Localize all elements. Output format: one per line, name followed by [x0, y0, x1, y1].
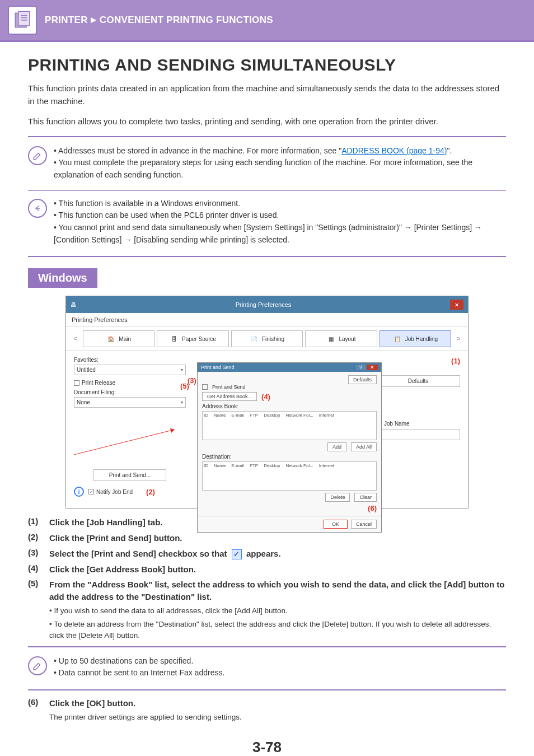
window-subtitle: Printing Preferences: [66, 313, 468, 327]
doc-filing-dropdown[interactable]: None▾: [74, 397, 186, 408]
job-name-input[interactable]: [376, 429, 460, 440]
note1-item2: You must complete the preparatory steps …: [54, 157, 506, 181]
delete-button[interactable]: Delete: [325, 493, 350, 502]
divider: [28, 190, 506, 191]
destination-label: Destination:: [202, 454, 377, 460]
step-list-2: (6) Click the [OK] button. The printer d…: [28, 697, 506, 723]
tab-bar: < 🏠Main 🗄Paper Source 📄Finishing ▦Layout…: [66, 327, 468, 351]
step5-sub2: • To delete an address from the "Destina…: [49, 619, 506, 642]
favorites-label: Favorites:: [74, 357, 186, 363]
print-and-send-checkbox-label: Print and Send: [212, 384, 246, 390]
step6-sub: The printer driver settings are applied …: [49, 712, 506, 723]
step-2: (2)Click the [Print and Send] button.: [28, 532, 506, 544]
svg-rect-1: [18, 11, 30, 25]
close-icon[interactable]: ✕: [450, 300, 463, 310]
breadcrumb: PRINTER►CONVENIENT PRINTING FUNCTIONS: [45, 15, 273, 26]
dialog-close-icon[interactable]: ?✕: [356, 365, 378, 370]
breadcrumb-root: PRINTER: [45, 15, 88, 25]
info-pencil-icon: [28, 656, 47, 675]
home-icon: 🏠: [106, 334, 115, 343]
notify-job-end-checkbox[interactable]: ✓: [88, 489, 94, 494]
divider: [28, 136, 506, 137]
window-body: Favorites: Untitled▾ Print Release Docum…: [66, 351, 468, 508]
print-release-checkbox[interactable]: [74, 380, 79, 386]
tab-paper-source[interactable]: 🗄Paper Source: [157, 330, 228, 347]
step-list: (1)Click the [Job Handling] tab. (2)Clic…: [28, 516, 506, 641]
note3-item2: Data cannot be sent to an Internet Fax a…: [54, 667, 224, 679]
window-right-column: (1) Defaults Job Name: [376, 357, 460, 500]
window-titlebar: 🖶 Printing Preferences ✕: [66, 296, 468, 313]
header-icon: [8, 6, 37, 35]
note-block-1: Addresses must be stored in advance in t…: [28, 142, 506, 187]
print-release-label: Print Release: [82, 380, 115, 386]
callout-3: (3): [188, 376, 196, 385]
note1-item1: Addresses must be stored in advance in t…: [54, 145, 506, 157]
add-all-button[interactable]: Add All: [351, 442, 377, 451]
dialog-defaults-button[interactable]: Defaults: [348, 375, 377, 384]
window-title: Printing Preferences: [236, 301, 292, 308]
note2-item1: This function is available in a Windows …: [54, 198, 506, 210]
step-5: (5) From the "Address Book" list, select…: [28, 578, 506, 641]
favorites-dropdown[interactable]: Untitled▾: [74, 365, 186, 375]
info-icon: i: [74, 487, 84, 497]
divider: [28, 646, 506, 647]
note3-item1: Up to 50 destinations can be specified.: [54, 655, 224, 668]
window-left-column: Favorites: Untitled▾ Print Release Docum…: [74, 357, 186, 500]
notify-job-end-label: Notify Job End: [96, 489, 133, 495]
clear-button[interactable]: Clear: [354, 493, 377, 502]
tab-layout[interactable]: ▦Layout: [305, 330, 377, 347]
doc-filing-label: Document Filing:: [74, 389, 186, 395]
callout-4: (4): [261, 393, 270, 401]
job-name-label: Job Name: [384, 421, 410, 427]
window-print-icon: 🖶: [71, 301, 77, 308]
step-4: (4)Click the [Get Address Book] button.: [28, 563, 506, 576]
note2-item2: This function can be used when the PCL6 …: [54, 209, 506, 222]
callout-2: (2): [146, 488, 155, 496]
section-label: Windows: [28, 268, 97, 288]
divider: [28, 256, 506, 257]
note2-item3: You cannot print and send data simultane…: [54, 222, 506, 246]
ok-button[interactable]: OK: [324, 520, 348, 529]
cancel-button[interactable]: Cancel: [351, 520, 377, 529]
tab-main[interactable]: 🏠Main: [83, 330, 154, 347]
tab-finishing[interactable]: 📄Finishing: [231, 330, 303, 347]
callout-1: (1): [451, 357, 460, 365]
dialog-titlebar: Print and Send ?✕: [198, 363, 381, 372]
screenshot: 🖶 Printing Preferences ✕ Printing Prefer…: [28, 296, 506, 508]
step-3: (3)Select the [Print and Send] checkbox …: [28, 548, 506, 560]
print-and-send-button[interactable]: Print and Send...: [93, 469, 166, 481]
checkmark-icon: [232, 549, 242, 559]
chevron-down-icon: ▾: [181, 400, 183, 405]
page-title: PRINTING AND SENDING SIMULTANEOUSLY: [28, 55, 506, 74]
tab-job-handling[interactable]: 📋Job Handling: [380, 330, 451, 347]
defaults-button[interactable]: Defaults: [376, 375, 460, 387]
note-block-3: Up to 50 destinations can be specified. …: [28, 652, 506, 685]
get-address-book-button[interactable]: Get Address Book...: [202, 392, 257, 401]
page-icon: 📄: [250, 334, 259, 343]
breadcrumb-leaf: CONVENIENT PRINTING FUNCTIONS: [100, 15, 273, 25]
printing-preferences-window: 🖶 Printing Preferences ✕ Printing Prefer…: [65, 296, 469, 508]
chevron-right-icon: ►: [89, 15, 99, 25]
add-button[interactable]: Add: [327, 442, 346, 451]
window-mid-column: (5) Print and Send ?✕ Defaults Print and…: [197, 357, 365, 500]
address-book-link[interactable]: ADDRESS BOOK (page 1-94): [341, 146, 447, 155]
step-6: (6) Click the [OK] button. The printer d…: [28, 697, 506, 723]
tray-icon: 🗄: [170, 334, 179, 343]
grid-icon: ▦: [326, 334, 335, 343]
divider: [28, 689, 506, 690]
intro-paragraph-1: This function prints data created in an …: [28, 82, 506, 108]
address-book-list[interactable]: ID Name E-mail FTP Desktop Network Fol..…: [202, 411, 377, 440]
chevron-down-icon: ▾: [181, 367, 183, 372]
page-number: 3-78: [28, 739, 506, 756]
printer-doc-icon: [13, 11, 32, 30]
print-and-send-checkbox[interactable]: [202, 384, 208, 390]
dialog-body: Defaults Print and Send (3) Get Address …: [198, 372, 381, 516]
chevron-right-icon[interactable]: >: [453, 335, 463, 343]
print-and-send-dialog: Print and Send ?✕ Defaults Print and Sen…: [197, 362, 382, 533]
dialog-footer: OK Cancel: [198, 516, 381, 532]
address-book-label: Address Book:: [202, 403, 377, 409]
callout-6: (6): [368, 504, 377, 512]
destination-list[interactable]: ID Name E-mail FTP Desktop Network Fol..…: [202, 461, 377, 491]
no-return-icon: [28, 199, 47, 218]
chevron-left-icon[interactable]: <: [71, 335, 81, 343]
